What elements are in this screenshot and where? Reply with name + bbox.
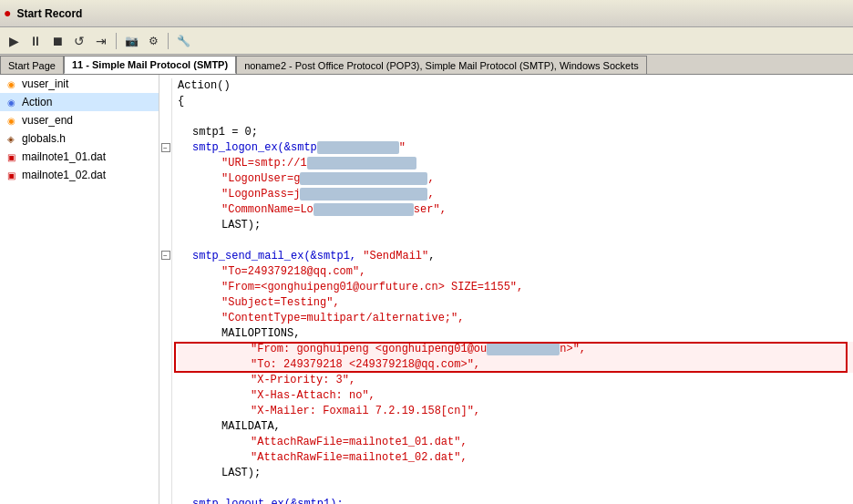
dat-icon-1: ▣ <box>4 149 18 164</box>
code-line-27 <box>178 481 853 497</box>
code-line-5: smtp_logon_ex(&smtp" <box>178 140 853 156</box>
code-line-21: "X-Has-Attach: no", <box>178 388 853 404</box>
play-button[interactable]: ▶ <box>4 31 24 51</box>
toolbar-sep1 <box>116 33 117 49</box>
code-line-1: Action() <box>178 78 853 94</box>
toolbar: ▶ ⏸ ⏹ ↺ ⇥ 📷 ⚙ 🔧 <box>0 27 853 55</box>
main-layout: ◉ vuser_init ◉ Action ◉ vuser_end ◈ glob… <box>0 75 853 504</box>
code-line-2: { <box>178 94 853 109</box>
code-line-11 <box>178 233 853 249</box>
toolbar-sep2 <box>168 33 169 49</box>
highlighted-section: "From: gonghuipeng <gonghuipeng01@oun>",… <box>178 342 853 373</box>
script-icon: ◉ <box>4 77 18 91</box>
collapse-btn-send[interactable]: − <box>161 251 170 260</box>
sidebar-item-vuser-end[interactable]: ◉ vuser_end <box>0 111 159 129</box>
code-line-23: MAILDATA, <box>178 419 853 435</box>
action-icon: ◉ <box>4 95 18 109</box>
app-icon: ● <box>4 6 11 21</box>
tab-bar: Start Page 11 - Simple Mail Protocol (SM… <box>0 55 853 75</box>
sidebar-label-vuser-end: vuser_end <box>22 114 73 127</box>
compile-button[interactable]: 🔧 <box>173 31 193 51</box>
step-button[interactable]: ⇥ <box>91 31 111 51</box>
code-line-8: "LogonPass=j, <box>178 187 853 202</box>
code-area[interactable]: − − Action() { smtp1 = 0; smtp <box>159 75 853 504</box>
sidebar-label-mailnote1: mailnote1_01.dat <box>22 150 106 163</box>
code-line-7: "LogonUser=g, <box>178 171 853 187</box>
code-line-3 <box>178 109 853 125</box>
restart-button[interactable]: ↺ <box>69 31 89 51</box>
stop-button[interactable]: ⏹ <box>47 31 67 51</box>
code-line-18: "From: gonghuipeng <gonghuipeng01@oun>", <box>178 342 853 357</box>
code-line-15: "Subject=Testing", <box>178 295 853 311</box>
code-line-10: LAST); <box>178 218 853 233</box>
sidebar-item-vuser-init[interactable]: ◉ vuser_init <box>0 75 159 93</box>
sidebar-item-mailnote2[interactable]: ▣ mailnote1_02.dat <box>0 166 159 184</box>
sidebar-label-globals: globals.h <box>22 132 66 145</box>
code-line-12: smtp_send_mail_ex(&smtp1, "SendMail", <box>178 249 853 264</box>
code-line-14: "From=<gonghuipeng01@ourfuture.cn> SIZE=… <box>178 280 853 295</box>
collapse-gutter: − − <box>159 78 172 504</box>
code-lines: Action() { smtp1 = 0; smtp_logon_ex(&smt… <box>172 78 853 504</box>
code-line-16: "ContentType=multipart/alternative;", <box>178 311 853 326</box>
header-icon: ◈ <box>4 131 18 146</box>
tab-noname[interactable]: noname2 - Post Office Protocol (POP3), S… <box>236 56 647 74</box>
code-line-13: "To=249379218@qq.com", <box>178 264 853 280</box>
tab-smtp[interactable]: 11 - Simple Mail Protocol (SMTP) <box>64 56 236 74</box>
pause-button[interactable]: ⏸ <box>26 31 46 51</box>
script-end-icon: ◉ <box>4 113 18 128</box>
sidebar-label-mailnote2: mailnote1_02.dat <box>22 169 106 181</box>
screenshot-button[interactable]: 📷 <box>121 31 141 51</box>
sidebar-item-globals[interactable]: ◈ globals.h <box>0 129 159 148</box>
dat-icon-2: ▣ <box>4 168 18 182</box>
settings-button[interactable]: ⚙ <box>143 31 163 51</box>
title-bar-text: Start Record <box>16 7 82 20</box>
sidebar-label-vuser-init: vuser_init <box>22 77 68 90</box>
code-line-22: "X-Mailer: Foxmail 7.2.19.158[cn]", <box>178 404 853 419</box>
code-line-17: MAILOPTIONS, <box>178 326 853 342</box>
code-line-25: "AttachRawFile=mailnote1_02.dat", <box>178 450 853 466</box>
code-line-9: "CommonName=Loser", <box>178 202 853 218</box>
code-line-19: "To: 249379218 <249379218@qq.com>", <box>178 357 853 373</box>
tab-start-page[interactable]: Start Page <box>0 56 64 74</box>
code-line-20: "X-Priority: 3", <box>178 373 853 388</box>
code-line-26: LAST); <box>178 466 853 481</box>
code-line-24: "AttachRawFile=mailnote1_01.dat", <box>178 435 853 450</box>
sidebar-item-action[interactable]: ◉ Action <box>0 93 159 111</box>
code-content: − − Action() { smtp1 = 0; smtp <box>159 78 853 504</box>
sidebar-item-mailnote1[interactable]: ▣ mailnote1_01.dat <box>0 148 159 166</box>
title-bar: ● Start Record <box>0 0 853 27</box>
collapse-btn-logon[interactable]: − <box>161 143 170 152</box>
code-line-4: smtp1 = 0; <box>178 125 853 140</box>
sidebar: ◉ vuser_init ◉ Action ◉ vuser_end ◈ glob… <box>0 75 159 504</box>
code-line-6: "URL=smtp://1 <box>178 156 853 171</box>
code-line-28: smtp_logout_ex(&smtp1); <box>178 497 853 504</box>
sidebar-label-action: Action <box>22 96 52 108</box>
